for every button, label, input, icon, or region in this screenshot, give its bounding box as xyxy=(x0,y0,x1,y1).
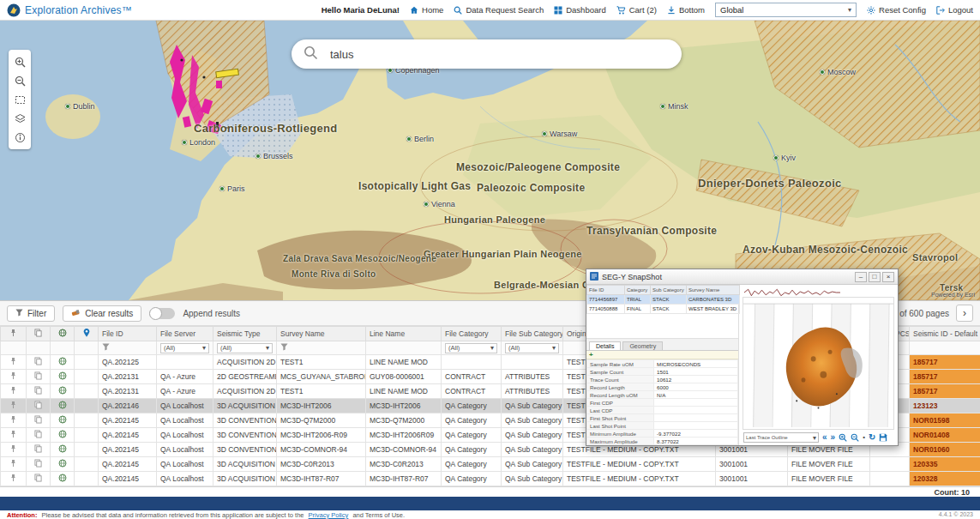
col-file-id[interactable]: File ID xyxy=(587,286,625,295)
globe-icon[interactable] xyxy=(58,444,67,453)
region-select[interactable]: Global ▾ xyxy=(715,3,857,17)
table-row[interactable]: QA.202145 QA Localhost 3D ACQUISITION MC… xyxy=(1,457,980,472)
copy-icon[interactable] xyxy=(34,386,42,395)
pin-icon[interactable] xyxy=(9,401,17,409)
globe-icon[interactable] xyxy=(58,371,67,380)
globe-icon[interactable] xyxy=(58,459,67,468)
logout-link[interactable]: Logout xyxy=(936,5,973,15)
pin-icon[interactable] xyxy=(9,371,17,380)
next-page-button[interactable]: › xyxy=(956,305,973,322)
nav-bottom[interactable]: Bottom xyxy=(667,5,705,15)
zoom-in-button[interactable] xyxy=(839,433,847,442)
info-button[interactable] xyxy=(11,129,28,146)
snapshot-grid-row[interactable]: 7714050888 FINAL STACK WEST BRADLEY 3D xyxy=(587,305,740,314)
map-search-bar[interactable] xyxy=(292,39,682,69)
globe-icon[interactable] xyxy=(58,474,67,482)
col-file-sub-category[interactable]: File Sub Category xyxy=(502,327,563,341)
append-results-toggle[interactable] xyxy=(149,308,175,319)
tab-geometry[interactable]: Geometry xyxy=(622,341,663,350)
copy-icon[interactable] xyxy=(34,415,42,424)
pin-icon[interactable] xyxy=(9,459,17,468)
copy-icon[interactable] xyxy=(34,459,42,468)
property-name: Sample Rate uOM xyxy=(587,360,654,368)
globe-icon[interactable] xyxy=(58,401,67,409)
pin-icon[interactable] xyxy=(9,415,17,424)
copy-icon[interactable] xyxy=(34,401,42,409)
survey-name-filter-funnel-icon[interactable] xyxy=(280,343,288,351)
pin-icon[interactable] xyxy=(9,357,17,365)
copy-icon[interactable] xyxy=(34,371,42,380)
layers-button[interactable] xyxy=(11,110,28,127)
point-mode-button[interactable]: • xyxy=(863,432,865,443)
trace-outline-select[interactable]: Last Trace Outline ▾ xyxy=(743,432,819,443)
cell-file-server: QA - Azure xyxy=(157,384,213,399)
arrow-down-icon xyxy=(667,6,676,15)
privacy-policy-link[interactable]: Privacy Policy xyxy=(309,511,349,519)
cell-file-category: QA Category xyxy=(442,472,502,486)
copy-icon[interactable] xyxy=(34,474,42,482)
col-file-server[interactable]: File Server xyxy=(157,327,213,341)
last-page-button[interactable]: » xyxy=(831,432,836,443)
window-icon xyxy=(590,272,598,282)
tab-details[interactable]: Details xyxy=(589,341,621,350)
filter-button[interactable]: Filter xyxy=(7,305,55,322)
copy-icon[interactable] xyxy=(34,430,42,438)
pin-icon[interactable] xyxy=(9,430,17,438)
property-value: 8.377022 xyxy=(654,438,738,445)
copy-icon[interactable] xyxy=(34,444,42,453)
snapshot-map-viewer[interactable] xyxy=(743,297,894,430)
col-line-name[interactable]: Line Name xyxy=(366,327,442,341)
copy-icon[interactable] xyxy=(34,357,42,365)
zoom-out-button[interactable] xyxy=(851,433,859,442)
globe-icon[interactable] xyxy=(58,357,67,365)
globe-icon[interactable] xyxy=(58,386,67,395)
map-region-label: Carboniferous-Rotliegend xyxy=(194,122,338,135)
nav-cart[interactable]: Cart (2) xyxy=(616,5,657,15)
minimize-button[interactable]: – xyxy=(855,272,867,282)
refresh-button[interactable]: ↻ xyxy=(869,432,875,443)
col-survey-name[interactable]: Survey Name xyxy=(687,286,740,295)
seismic-type-filter[interactable]: (All)▾ xyxy=(217,343,273,353)
file-sub-category-filter[interactable]: (All)▾ xyxy=(505,343,559,353)
select-extent-button[interactable] xyxy=(11,91,28,108)
col-survey-name[interactable]: Survey Name xyxy=(277,327,366,341)
col-file-category[interactable]: File Category xyxy=(442,327,502,341)
map-city-label: Paris xyxy=(219,184,245,193)
city-marker-icon xyxy=(424,202,429,207)
map-search-input[interactable] xyxy=(328,47,670,62)
pin-icon[interactable] xyxy=(9,474,17,482)
window-titlebar[interactable]: SEG-Y SnapShot – □ × xyxy=(586,269,898,285)
nav-dashboard[interactable]: Dashboard xyxy=(554,5,605,15)
col-file-id[interactable]: File ID xyxy=(99,327,157,341)
col-category[interactable]: Category xyxy=(625,286,651,295)
pin-icon[interactable] xyxy=(9,444,17,453)
save-button[interactable] xyxy=(879,433,887,442)
clear-results-button[interactable]: Clear results xyxy=(63,305,141,322)
maximize-button[interactable]: □ xyxy=(869,272,881,282)
map-canvas[interactable]: Dublin London Brussels Paris Copenhagen xyxy=(0,21,980,300)
col-seismic-id[interactable]: Seismic ID - Default xyxy=(910,327,980,341)
nav-data-request-search[interactable]: Data Request Search xyxy=(454,5,544,15)
dashboard-icon xyxy=(554,6,562,15)
cell-file-id: 7714456897 xyxy=(587,295,625,305)
map-city-label: Brussels xyxy=(256,152,293,160)
reset-config-link[interactable]: Reset Config xyxy=(867,5,926,15)
add-icon[interactable]: + xyxy=(589,352,593,359)
zoom-out-button[interactable] xyxy=(11,72,28,89)
cell-seismic-type: ACQUISITION 2D xyxy=(213,384,277,399)
globe-icon[interactable] xyxy=(58,430,67,438)
snapshot-grid-row[interactable]: 7714456897 TRIAL STACK CARBONATES 3D xyxy=(587,295,740,305)
close-button[interactable]: × xyxy=(882,272,894,282)
col-sub-category[interactable]: Sub Category xyxy=(651,286,687,295)
pin-icon[interactable] xyxy=(9,386,17,395)
version-text: 4.4.1 © 2023 xyxy=(939,511,973,517)
table-row[interactable]: QA.202145 QA Localhost 3D ACQUISITION MC… xyxy=(1,472,980,486)
file-category-filter[interactable]: (All)▾ xyxy=(445,343,497,353)
file-id-filter-funnel-icon[interactable] xyxy=(102,343,110,351)
first-page-button[interactable]: « xyxy=(822,432,827,443)
globe-icon[interactable] xyxy=(58,415,67,424)
zoom-in-button[interactable] xyxy=(11,53,28,70)
col-seismic-type[interactable]: Seismic Type xyxy=(213,327,277,341)
file-server-filter[interactable]: (All)▾ xyxy=(160,343,209,353)
nav-home[interactable]: Home xyxy=(410,5,443,15)
